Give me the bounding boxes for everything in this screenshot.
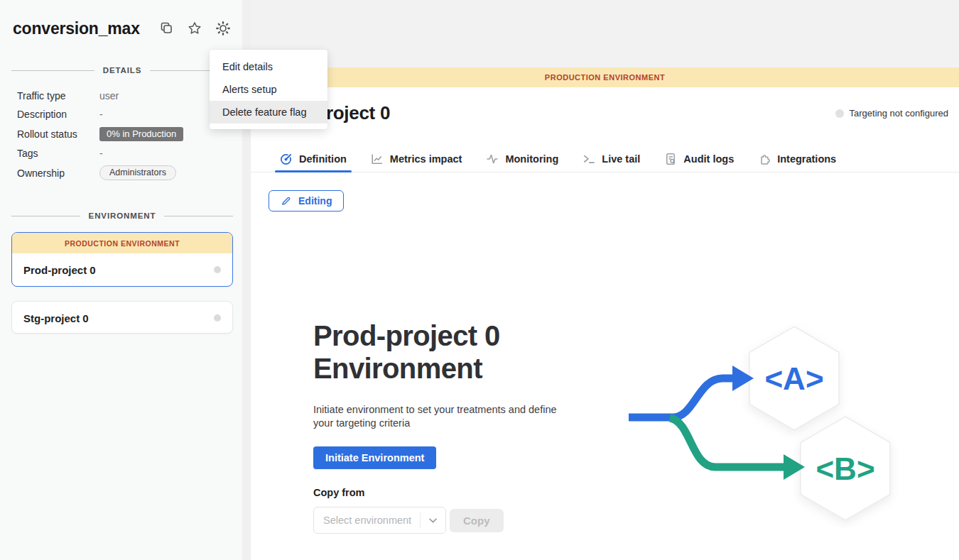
- tab-label: Audit logs: [683, 153, 734, 165]
- puzzle-icon: [758, 153, 771, 165]
- tab-label: Monitoring: [505, 153, 558, 165]
- details-heading: DETAILS: [103, 66, 142, 75]
- detail-label: Tags: [17, 148, 99, 159]
- line-chart-icon: [371, 153, 384, 165]
- tab-label: Metrics impact: [390, 153, 462, 165]
- detail-row-tags: Tags -: [17, 144, 230, 163]
- divider: [164, 216, 233, 216]
- detail-label: Rollout status: [17, 128, 99, 140]
- copy-name-button[interactable]: [158, 20, 175, 37]
- sidebar: conversion_max DETAILS Traffic type: [0, 0, 242, 560]
- variant-b-label: <B>: [816, 451, 874, 486]
- feature-flag-title: conversion_max: [13, 19, 140, 38]
- detail-row-rollout-status: Rollout status 0% in Production: [17, 123, 230, 144]
- copy-icon: [158, 21, 174, 36]
- ownership-pill[interactable]: Administrators: [99, 165, 176, 180]
- divider: [11, 70, 94, 71]
- environment-name: Stg-project 0: [23, 312, 89, 324]
- detail-row-traffic-type: Traffic type user: [17, 87, 230, 105]
- tab-label: Definition: [299, 153, 347, 165]
- environment-heading: ENVIRONMENT: [89, 212, 156, 220]
- favorite-star-button[interactable]: [186, 20, 203, 37]
- chevron-down-icon: [429, 518, 437, 523]
- pencil-icon: [281, 195, 292, 207]
- production-environment-banner: PRODUCTION ENVIRONMENT: [251, 67, 959, 87]
- settings-gear-button[interactable]: [215, 20, 232, 37]
- tab-label: Live tail: [602, 153, 640, 165]
- detail-label: Description: [17, 109, 99, 120]
- detail-value: -: [99, 148, 103, 159]
- copy-environment-button[interactable]: Copy: [450, 509, 504, 532]
- environment-card-stg[interactable]: Stg-project 0: [11, 301, 233, 334]
- tab-label: Integrations: [777, 153, 836, 165]
- tab-live-tail[interactable]: Live tail: [570, 146, 652, 172]
- copy-from-label: Copy from: [313, 487, 365, 498]
- select-placeholder: Select environment: [314, 515, 420, 526]
- environment-status-dot: [214, 266, 221, 273]
- star-icon: [187, 21, 202, 36]
- menu-item-alerts-setup[interactable]: Alerts setup: [210, 78, 327, 101]
- target-pencil-icon: [280, 153, 293, 165]
- menu-item-delete-feature-flag[interactable]: Delete feature flag: [210, 101, 327, 123]
- divider: [11, 216, 80, 216]
- select-environment-dropdown[interactable]: Select environment: [313, 507, 446, 534]
- tab-audit-logs[interactable]: Audit logs: [652, 146, 746, 172]
- tab-bar: Definition Metrics impact Monitoring Liv…: [251, 146, 959, 172]
- editing-button-label: Editing: [298, 195, 332, 207]
- detail-row-description: Description -: [17, 105, 230, 123]
- detail-value: -: [99, 109, 103, 120]
- main-top-band: [251, 0, 959, 67]
- detail-value: user: [99, 90, 119, 101]
- empty-state-description: Initiate environment to set your treatme…: [313, 403, 578, 430]
- editing-button[interactable]: Editing: [269, 190, 344, 212]
- audit-log-icon: [664, 153, 677, 165]
- production-environment-label: PRODUCTION ENVIRONMENT: [12, 233, 232, 253]
- tab-definition[interactable]: Definition: [268, 146, 359, 172]
- environment-section-header: ENVIRONMENT: [11, 212, 233, 220]
- environment-name: Prod-project 0: [23, 264, 96, 276]
- pulse-icon: [486, 153, 499, 165]
- environment-card-prod[interactable]: PRODUCTION ENVIRONMENT Prod-project 0: [11, 232, 233, 287]
- rollout-status-badge: 0% in Production: [99, 127, 183, 141]
- tab-monitoring[interactable]: Monitoring: [474, 146, 570, 172]
- empty-state-heading: Prod-project 0 Environment: [313, 319, 583, 385]
- targeting-status: Targeting not configured: [835, 108, 948, 119]
- menu-item-edit-details[interactable]: Edit details: [210, 55, 327, 78]
- details-rows: Traffic type user Description - Rollout …: [17, 87, 230, 183]
- detail-row-ownership: Ownership Administrators: [17, 163, 230, 183]
- main-panel: PRODUCTION ENVIRONMENT Prod-project 0 Ta…: [251, 0, 959, 560]
- tab-integrations[interactable]: Integrations: [746, 146, 848, 172]
- details-section-header: DETAILS: [11, 66, 233, 75]
- status-dot-icon: [835, 109, 844, 118]
- blue-branch-line: [629, 378, 733, 417]
- gear-icon: [215, 21, 231, 36]
- tab-metrics-impact[interactable]: Metrics impact: [359, 146, 475, 172]
- terminal-icon: [583, 153, 595, 165]
- detail-label: Traffic type: [17, 90, 99, 101]
- ab-split-illustration: <A> <B>: [629, 322, 899, 527]
- settings-dropdown-menu: Edit details Alerts setup Delete feature…: [210, 50, 327, 129]
- environment-status-dot: [214, 314, 221, 322]
- detail-label: Ownership: [17, 168, 99, 179]
- variant-a-label: <A>: [764, 361, 823, 396]
- initiate-environment-button[interactable]: Initiate Environment: [313, 446, 436, 469]
- green-branch-line: [670, 418, 784, 467]
- targeting-status-label: Targeting not configured: [850, 108, 948, 119]
